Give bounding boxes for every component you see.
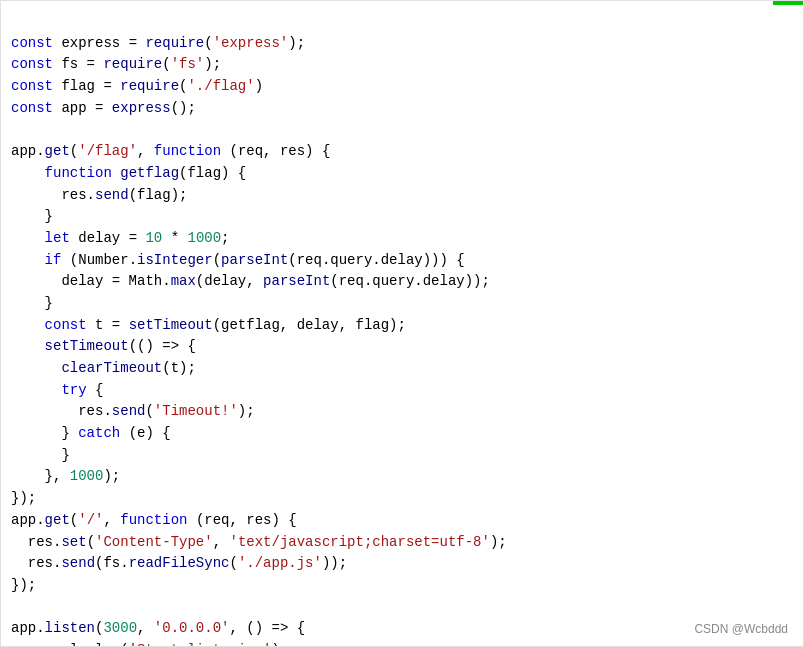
line-9: } <box>11 208 53 224</box>
line-19: } catch (e) { <box>11 425 171 441</box>
line-3: const flag = require('./flag') <box>11 78 263 94</box>
line-25: res.send(fs.readFileSync('./app.js')); <box>11 555 347 571</box>
line-29: console.log('Start listening') <box>11 642 280 647</box>
line-6: app.get('/flag', function (req, res) { <box>11 143 330 159</box>
line-2: const fs = require('fs'); <box>11 56 221 72</box>
line-27 <box>11 599 19 615</box>
line-14: const t = setTimeout(getflag, delay, fla… <box>11 317 406 333</box>
line-17: try { <box>11 382 103 398</box>
line-24: res.set('Content-Type', 'text/javascript… <box>11 534 507 550</box>
line-18: res.send('Timeout!'); <box>11 403 255 419</box>
line-20: } <box>11 447 70 463</box>
line-16: clearTimeout(t); <box>11 360 196 376</box>
line-21: }, 1000); <box>11 468 120 484</box>
line-4: const app = express(); <box>11 100 196 116</box>
line-12: delay = Math.max(delay, parseInt(req.que… <box>11 273 490 289</box>
top-bar-indicator <box>773 1 803 5</box>
line-7: function getflag(flag) { <box>11 165 246 181</box>
code-container: const express = require('express'); cons… <box>0 0 804 647</box>
line-8: res.send(flag); <box>11 187 187 203</box>
code-block: const express = require('express'); cons… <box>11 11 803 647</box>
line-26: }); <box>11 577 36 593</box>
watermark: CSDN @Wcbddd <box>694 622 788 636</box>
line-1: const express = require('express'); <box>11 35 305 51</box>
line-15: setTimeout(() => { <box>11 338 196 354</box>
line-23: app.get('/', function (req, res) { <box>11 512 297 528</box>
line-5 <box>11 121 19 137</box>
line-10: let delay = 10 * 1000; <box>11 230 230 246</box>
line-13: } <box>11 295 53 311</box>
line-22: }); <box>11 490 36 506</box>
line-28: app.listen(3000, '0.0.0.0', () => { <box>11 620 305 636</box>
line-11: if (Number.isInteger(parseInt(req.query.… <box>11 252 465 268</box>
